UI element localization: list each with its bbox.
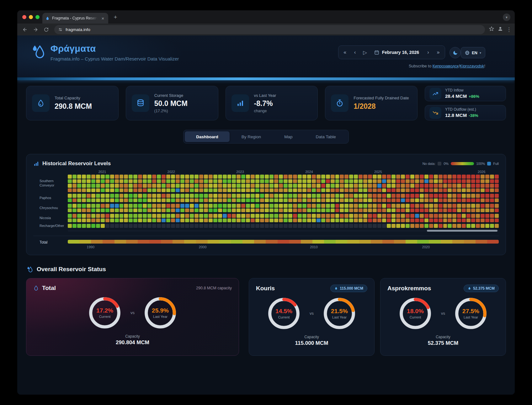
- language-selector[interactable]: EN ▾: [461, 47, 485, 58]
- tab-by-region[interactable]: By Region: [230, 131, 272, 142]
- play-button[interactable]: ▷: [360, 47, 370, 57]
- heatmap-cell: [424, 184, 428, 188]
- heatmap-cell: [429, 218, 433, 223]
- heatmap-cell: [420, 175, 424, 179]
- heatmap-cell: [204, 194, 208, 198]
- total-strip-segment: [242, 240, 254, 244]
- heatmap-group: Southern Conveyor: [33, 175, 499, 192]
- heatmap-cell: [152, 208, 156, 213]
- heatmap-cell: [490, 198, 494, 202]
- heatmap-cell: [82, 214, 86, 218]
- close-window-button[interactable]: [22, 15, 26, 19]
- tab-dashboard[interactable]: Dashboard: [185, 131, 230, 142]
- heatmap-cell: [382, 224, 386, 228]
- heatmap-cell: [124, 224, 128, 228]
- subscribe-link-cyrillic[interactable]: Кипрозаводск: [433, 64, 459, 68]
- heatmap-cell: [495, 184, 499, 188]
- heatmap-cell: [368, 184, 372, 188]
- site-settings-icon[interactable]: [58, 27, 63, 32]
- heatmap-cell: [265, 188, 269, 192]
- heatmap-cell: [377, 179, 381, 183]
- tab-data-table[interactable]: Data Table: [304, 131, 347, 142]
- heatmap-cell: [218, 214, 222, 218]
- heatmap-group: Nicosia: [33, 214, 499, 222]
- heatmap-cell: [180, 184, 184, 188]
- first-date-button[interactable]: «: [340, 47, 350, 57]
- year-label: 2021: [98, 170, 106, 174]
- heatmap-cell: [410, 188, 414, 192]
- heatmap-cell: [105, 175, 109, 179]
- heatmap-cell: [326, 194, 330, 198]
- profile-avatar-icon[interactable]: [497, 26, 503, 33]
- bookmark-star-icon[interactable]: [489, 26, 494, 33]
- heatmap-cell: [335, 218, 339, 223]
- tab-close-icon[interactable]: ×: [100, 15, 106, 21]
- theme-toggle-button[interactable]: [450, 47, 461, 58]
- heatmap-cell: [429, 198, 433, 202]
- next-date-button[interactable]: ›: [423, 47, 433, 57]
- heatmap-cell: [110, 175, 114, 179]
- heatmap-cell: [363, 214, 367, 218]
- total-history-strip: [68, 240, 499, 244]
- heatmap-cell: [120, 208, 124, 213]
- back-button[interactable]: [20, 25, 29, 34]
- url-text[interactable]: fragmata.info: [66, 27, 90, 32]
- heatmap-cell: [246, 175, 250, 179]
- total-strip-segment: [149, 240, 161, 244]
- date-picker[interactable]: February 16, 2026: [370, 50, 423, 55]
- heatmap-cell: [110, 224, 114, 228]
- tab-map[interactable]: Map: [273, 131, 304, 142]
- last-date-button[interactable]: »: [434, 47, 443, 57]
- heatmap-cell: [251, 204, 255, 208]
- heatmap-cell: [194, 214, 199, 218]
- heatmap-cell: [143, 218, 147, 223]
- heatmap-cell: [466, 218, 471, 223]
- forward-button[interactable]: [31, 25, 40, 34]
- ytd-outflow-card: YTD Outflow (est.) 12.8 MCM-38%: [425, 105, 506, 120]
- heatmap-cell: [129, 214, 133, 218]
- heatmap-cell: [157, 214, 161, 218]
- browser-menu-icon[interactable]: ⋮: [506, 26, 512, 33]
- reload-button[interactable]: [42, 25, 51, 34]
- heatmap-cell: [87, 184, 91, 188]
- heatmap-cell: [68, 214, 72, 218]
- heatmap-cell: [166, 179, 170, 183]
- heatmap-cell: [415, 184, 419, 188]
- prev-date-button[interactable]: ‹: [350, 47, 360, 57]
- heatmap-cell: [391, 204, 396, 208]
- new-tab-button[interactable]: +: [111, 13, 120, 21]
- heatmap-cell: [162, 214, 166, 218]
- ytd-value: 28.4 MCM: [445, 93, 467, 99]
- heatmap-cell: [373, 218, 377, 223]
- heatmap-cell: [401, 175, 405, 179]
- heatmap-cell: [331, 179, 335, 183]
- heatmap-year-axis: 202120222023202420252026: [68, 170, 499, 175]
- heatmap-cell: [284, 218, 288, 223]
- heatmap-cell: [284, 208, 288, 213]
- heatmap-cell: [96, 194, 100, 198]
- heatmap-cell: [255, 179, 259, 183]
- browser-tab[interactable]: Fragmata - Cyprus Reservoir ×: [42, 13, 108, 24]
- heatmap-cell: [87, 198, 91, 202]
- heatmap-cell: [443, 179, 447, 183]
- url-bar[interactable]: fragmata.info: [54, 25, 485, 34]
- heatmap-cell: [96, 204, 100, 208]
- heatmap-scrollbar-thumb[interactable]: [427, 230, 497, 232]
- heatmap-cell: [359, 175, 363, 179]
- heatmap-cell: [490, 194, 494, 198]
- heatmap-cell: [223, 179, 227, 183]
- minimize-window-button[interactable]: [29, 15, 33, 19]
- heatmap-cell: [406, 175, 410, 179]
- heatmap-cell: [218, 218, 222, 223]
- heatmap-cell: [429, 224, 433, 228]
- maximize-window-button[interactable]: [35, 15, 40, 19]
- heatmap-cell: [312, 179, 316, 183]
- total-strip-segment: [161, 240, 173, 244]
- heatmap-cell: [96, 184, 100, 188]
- site-subtitle: Fragmata.info – Cyprus Water Dam/Reservo…: [51, 56, 179, 61]
- heatmap-cell: [439, 204, 443, 208]
- tab-search-chevron-icon[interactable]: ▾: [503, 13, 510, 21]
- heatmap-scrollbar[interactable]: [68, 230, 499, 232]
- subscribe-link-latin[interactable]: Kiprozavodsk: [460, 64, 484, 68]
- heatmap-group: Recharge/Other: [33, 224, 499, 228]
